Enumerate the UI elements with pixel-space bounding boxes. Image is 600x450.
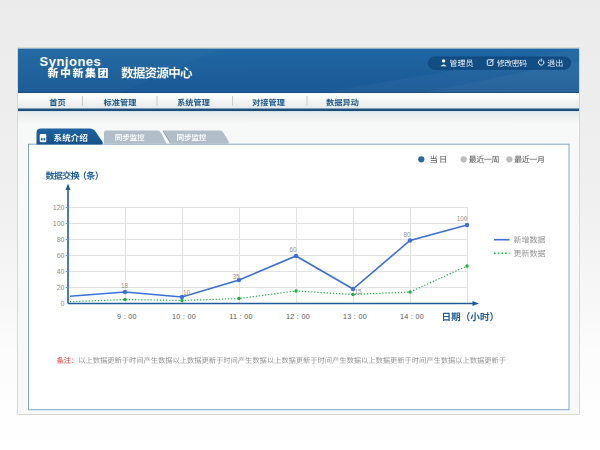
svg-text:15: 15 — [354, 288, 362, 295]
svg-text:10 : 00: 10 : 00 — [172, 312, 196, 321]
svg-text:9 : 00: 9 : 00 — [117, 312, 137, 321]
svg-text:0: 0 — [61, 300, 65, 307]
svg-text:Synjones: Synjones — [40, 54, 102, 69]
svg-text:60: 60 — [57, 252, 65, 259]
svg-text:40: 40 — [57, 268, 65, 275]
svg-text:10: 10 — [183, 289, 191, 296]
svg-text:80: 80 — [57, 236, 65, 243]
svg-text:100: 100 — [53, 220, 65, 227]
svg-text:60: 60 — [289, 246, 297, 253]
svg-text:20: 20 — [57, 284, 65, 291]
svg-text:11 : 00: 11 : 00 — [229, 312, 253, 321]
svg-text:12 : 00: 12 : 00 — [286, 312, 310, 321]
svg-text:100: 100 — [457, 215, 468, 222]
svg-text:18: 18 — [121, 282, 129, 289]
svg-text:35: 35 — [232, 273, 240, 280]
svg-text:120: 120 — [53, 204, 65, 211]
svg-text:13 : 00: 13 : 00 — [343, 312, 367, 321]
svg-text:14 : 00: 14 : 00 — [400, 312, 424, 321]
svg-text:80: 80 — [403, 231, 411, 238]
